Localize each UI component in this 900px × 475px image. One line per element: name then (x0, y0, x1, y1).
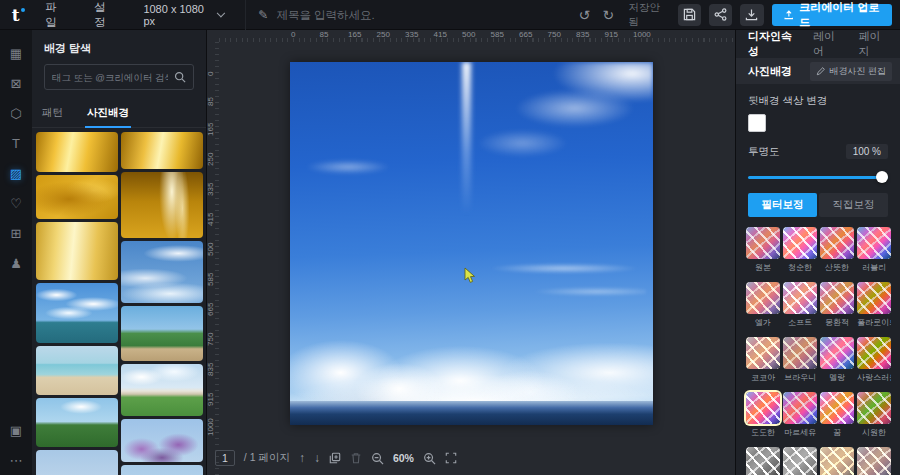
filter-item[interactable]: 청순한 (783, 227, 817, 273)
filter-item[interactable]: 브라우니 (783, 337, 817, 383)
filter-thumbnail[interactable] (746, 227, 780, 259)
share-button[interactable] (709, 4, 732, 26)
filter-item[interactable]: 몽환적 (820, 282, 854, 328)
slider-thumb[interactable] (876, 171, 888, 183)
filter-thumbnail[interactable] (746, 447, 780, 475)
canvas-size-dropdown[interactable]: 1080 x 1080 px (135, 0, 231, 31)
page-up-icon[interactable]: ↑ (299, 451, 305, 465)
thumbnail-house-meadow[interactable] (121, 364, 203, 416)
page-down-icon[interactable]: ↓ (314, 451, 320, 465)
filter-item[interactable]: 엘가 (746, 282, 780, 328)
filter-thumbnail[interactable] (783, 337, 817, 369)
filter-thumbnail[interactable] (857, 337, 891, 369)
filter-thumbnail[interactable] (746, 282, 780, 314)
filter-item[interactable]: 산뜻한 (820, 227, 854, 273)
thumbnail-beach[interactable] (36, 346, 118, 395)
correction-tab-0[interactable]: 필터보정 (748, 193, 817, 217)
filter-thumbnail[interactable] (820, 282, 854, 314)
filter-item[interactable]: 멜랑 (820, 337, 854, 383)
thumbnail-sky-clouds[interactable] (121, 241, 203, 303)
filter-item[interactable]: 코코아 (746, 337, 780, 383)
bg-color-swatch[interactable] (748, 114, 766, 132)
thumbnail-green-hills[interactable] (36, 398, 118, 447)
background-icon[interactable]: ▨ (0, 158, 32, 188)
filter-thumbnail[interactable] (820, 447, 854, 475)
design-canvas[interactable] (290, 62, 653, 425)
filter-item[interactable]: 러블리 (857, 227, 891, 273)
app-logo[interactable]: t (0, 5, 31, 25)
properties-tab-2[interactable]: 페이지 (859, 29, 888, 59)
redo-icon[interactable]: ↻ (600, 7, 616, 23)
thumbnail-lilac[interactable] (36, 450, 118, 475)
edit-background-photo-button[interactable]: 배경사진 편집 (810, 62, 892, 81)
filter-item[interactable]: 마르세유 (783, 392, 817, 438)
properties-tab-1[interactable]: 레이어 (813, 29, 842, 59)
thumbnail-coast-road[interactable] (121, 306, 203, 361)
filter-thumbnail[interactable] (783, 447, 817, 475)
filter-thumbnail[interactable] (820, 227, 854, 259)
filter-item[interactable]: 소프트 (783, 282, 817, 328)
zoom-level[interactable]: 60% (393, 452, 414, 464)
thumbnail-gold-beam[interactable] (121, 172, 203, 238)
correction-tab-1[interactable]: 직접보정 (819, 193, 888, 217)
zoom-in-icon[interactable] (423, 452, 436, 465)
menu-file[interactable]: 파일 (31, 0, 80, 30)
filter-thumbnail[interactable] (783, 227, 817, 259)
more-icon[interactable]: ⋯ (0, 445, 32, 475)
properties-tab-0[interactable]: 디자인속성 (748, 29, 797, 59)
fit-screen-icon[interactable] (445, 452, 457, 464)
gift-icon[interactable]: ▣ (0, 415, 32, 445)
filter-thumbnail[interactable] (820, 392, 854, 424)
filter-item[interactable]: 폴라로이드 (857, 282, 891, 328)
add-page-icon[interactable] (329, 452, 341, 464)
filter-thumbnail[interactable] (746, 337, 780, 369)
document-title-input[interactable] (276, 9, 576, 21)
profile-icon[interactable]: ♟ (0, 248, 32, 278)
photo-icon[interactable]: ⊠ (0, 68, 32, 98)
delete-page-icon[interactable] (350, 452, 362, 464)
filter-thumbnail[interactable] (783, 282, 817, 314)
element-icon[interactable]: ⬡ (0, 98, 32, 128)
search-input[interactable] (52, 72, 168, 83)
undo-icon[interactable]: ↺ (576, 7, 592, 23)
text-icon[interactable]: T (0, 128, 32, 158)
chevron-down-icon (217, 9, 225, 17)
download-button[interactable] (740, 4, 763, 26)
favorite-icon[interactable]: ♡ (0, 188, 32, 218)
filter-item[interactable]: 도도한 (746, 392, 780, 438)
filter-thumbnail[interactable] (746, 392, 780, 424)
top-bar: t 파일 설정 1080 x 1080 px ✎ ↺ ↻ 저장안됨 (0, 0, 900, 30)
filter-thumbnail[interactable] (857, 227, 891, 259)
thumbnail-gold-pale[interactable] (36, 222, 118, 280)
filter-thumbnail[interactable] (857, 392, 891, 424)
filter-item[interactable]: 시원한 (857, 392, 891, 438)
add-icon[interactable]: ⊞ (0, 218, 32, 248)
filter-item[interactable]: 세피아 (820, 447, 854, 475)
creator-upload-button[interactable]: 크리에이터 업로드 (772, 4, 892, 26)
filter-item[interactable]: 흑백 (746, 447, 780, 475)
filter-thumbnail[interactable] (820, 337, 854, 369)
zoom-out-icon[interactable] (371, 452, 384, 465)
thumbnail-sky-over-sea[interactable] (36, 283, 118, 343)
thumbnail-gold-gradient-2[interactable] (121, 132, 203, 169)
save-button[interactable] (678, 4, 701, 26)
filter-item[interactable]: 그레이 (783, 447, 817, 475)
template-icon[interactable]: ▦ (0, 38, 32, 68)
filter-item[interactable]: 수증기 (857, 447, 891, 475)
filter-item[interactable]: 사랑스러운 (857, 337, 891, 383)
thumbnail-sky-plain[interactable] (121, 465, 203, 475)
thumbnail-purple-flowers[interactable] (121, 419, 203, 462)
opacity-label: 투명도 (748, 145, 780, 159)
menu-settings[interactable]: 설정 (80, 0, 129, 30)
background-tab-1[interactable]: 사진배경 (77, 100, 139, 127)
thumbnail-gold-texture[interactable] (36, 175, 118, 219)
search-icon[interactable] (174, 71, 186, 83)
thumbnail-gold-gradient[interactable] (36, 132, 118, 172)
background-tab-0[interactable]: 패턴 (32, 100, 73, 127)
opacity-slider[interactable] (748, 171, 888, 183)
filter-item[interactable]: 원본 (746, 227, 780, 273)
filter-thumbnail[interactable] (783, 392, 817, 424)
filter-item[interactable]: 꿈 (820, 392, 854, 438)
filter-thumbnail[interactable] (857, 282, 891, 314)
filter-thumbnail[interactable] (857, 447, 891, 475)
